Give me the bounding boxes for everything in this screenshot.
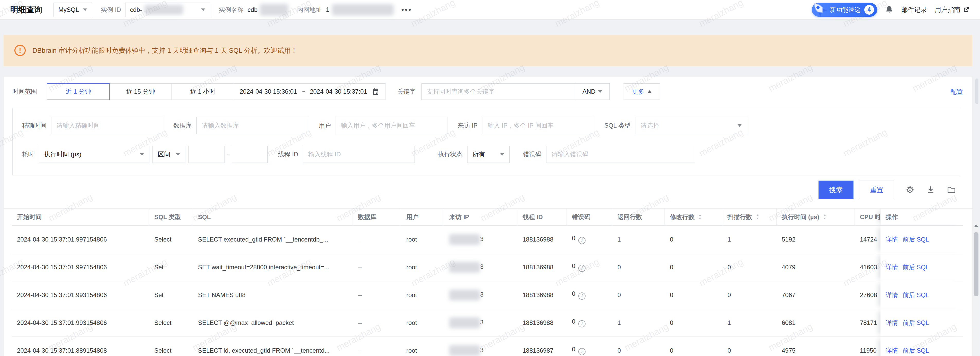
quick-range-1hour[interactable]: 近 1 小时 xyxy=(172,83,234,100)
cell-error-code: 0i xyxy=(567,281,612,309)
sort-icon[interactable] xyxy=(697,214,703,220)
quick-range-1min[interactable]: 近 1 分钟 xyxy=(47,83,110,100)
context-sql-link[interactable]: 前后 SQL xyxy=(903,346,929,355)
config-link[interactable]: 配置 xyxy=(950,88,963,96)
more-options-button[interactable]: ••• xyxy=(401,6,412,14)
keyword-input[interactable] xyxy=(422,84,575,99)
scrollbar-thumb[interactable] xyxy=(974,232,978,296)
sort-icon[interactable] xyxy=(755,214,760,220)
cell-sql-type: Select xyxy=(149,225,193,253)
context-sql-link[interactable]: 前后 SQL xyxy=(903,291,929,299)
info-icon[interactable]: i xyxy=(578,265,585,272)
database-input[interactable] xyxy=(196,117,308,134)
sort-icon[interactable] xyxy=(822,214,827,220)
cell-database: -- xyxy=(353,253,401,281)
table-body: 2024-04-30 15:37:01.997154806 Select SEL… xyxy=(12,225,963,356)
cell-rows-returned: 1 xyxy=(612,309,665,337)
cell-operations: 详情 前后 SQL xyxy=(880,253,963,281)
table-scrollbar[interactable] xyxy=(973,221,980,356)
cell-client-ip: 3 xyxy=(444,281,517,309)
cell-thread-id: 188136988 xyxy=(517,225,567,253)
exact-time-label: 精确时间 xyxy=(22,121,46,129)
cell-user: root xyxy=(401,281,444,309)
redacted-ip xyxy=(449,318,480,328)
info-icon[interactable]: i xyxy=(578,320,585,327)
notifications-bell-icon[interactable] xyxy=(885,5,894,14)
scrollbar-up-arrow[interactable] xyxy=(973,221,980,230)
cost-min-input[interactable] xyxy=(188,146,224,163)
sql-type-select[interactable]: 请选择 xyxy=(635,117,747,134)
client-ip-input[interactable] xyxy=(482,117,594,134)
quick-range-15min[interactable]: 近 15 分钟 xyxy=(109,83,172,100)
col-thread-id: 线程 ID xyxy=(517,209,567,225)
cost-mode-select[interactable]: 区间 xyxy=(153,146,185,163)
download-icon[interactable] xyxy=(926,185,935,195)
detail-link[interactable]: 详情 xyxy=(886,263,898,271)
keyword-operator-select[interactable]: AND xyxy=(575,84,609,99)
thread-id-input[interactable] xyxy=(303,146,415,163)
col-error-code: 错误码 xyxy=(567,209,612,225)
info-icon[interactable]: i xyxy=(578,237,585,244)
chevron-down-icon xyxy=(140,153,144,156)
cost-max-input[interactable] xyxy=(232,146,268,163)
search-button[interactable]: 搜索 xyxy=(819,180,853,199)
instance-id-prefix: cdb- xyxy=(130,6,142,13)
table-row: 2024-04-30 15:37:01.889154808 Select SEL… xyxy=(12,337,963,356)
detail-link[interactable]: 详情 xyxy=(886,346,898,355)
cell-cpu-time: 78171 xyxy=(855,309,880,337)
exec-status-select[interactable]: 所有 xyxy=(467,146,510,163)
info-icon[interactable]: i xyxy=(578,348,585,355)
cell-rows-affected: 0 xyxy=(665,337,722,356)
detail-link[interactable]: 详情 xyxy=(886,291,898,299)
cell-sql: SET wait_timeout=28800,interactive_timeo… xyxy=(193,253,353,281)
cell-start-time: 2024-04-30 15:37:01.993154806 xyxy=(12,309,149,337)
settings-gear-icon[interactable] xyxy=(905,185,915,195)
cell-sql-type: Select xyxy=(149,337,193,356)
new-features-button[interactable]: 新功能速递 4 xyxy=(812,3,877,17)
page-scrollbar-thumb[interactable] xyxy=(975,78,978,104)
cell-rows-scanned: 0 xyxy=(722,337,776,356)
chevron-down-icon xyxy=(176,153,180,156)
error-code-input[interactable] xyxy=(546,146,695,163)
date-from: 2024-04-30 15:36:01 xyxy=(240,88,297,95)
exact-time-input[interactable] xyxy=(51,117,163,134)
context-sql-link[interactable]: 前后 SQL xyxy=(903,319,929,327)
cell-sql-type: Select xyxy=(149,309,193,337)
cell-cpu-time: 11950 xyxy=(855,337,880,356)
chevron-down-icon xyxy=(500,153,504,156)
engine-select[interactable]: MySQL xyxy=(54,3,92,17)
col-rows-scanned[interactable]: 扫描行数 xyxy=(722,209,776,225)
more-filters-button[interactable]: 更多 xyxy=(624,83,660,100)
cell-error-code: 0i xyxy=(567,309,612,337)
cell-rows-affected: 0 xyxy=(665,253,722,281)
col-rows-affected[interactable]: 修改行数 xyxy=(665,209,722,225)
reset-button[interactable]: 重置 xyxy=(859,180,894,199)
cell-rows-affected: 0 xyxy=(665,309,722,337)
info-icon[interactable]: i xyxy=(578,292,585,300)
user-guide-link[interactable]: 用户指南 xyxy=(935,5,970,14)
table-row: 2024-04-30 15:37:01.997154806 Select SEL… xyxy=(12,225,963,253)
cost-metric-select[interactable]: 执行时间 (µs) xyxy=(39,146,150,163)
chevron-down-icon xyxy=(598,90,602,93)
cell-database: -- xyxy=(353,309,401,337)
thread-id-label: 线程 ID xyxy=(278,150,298,158)
folder-icon[interactable] xyxy=(947,185,956,195)
instance-id-select[interactable]: cdb- xyxy=(125,3,210,17)
col-operations: 操作 xyxy=(880,209,963,225)
mail-records-link[interactable]: 邮件记录 xyxy=(901,5,927,14)
date-range-picker[interactable]: 2024-04-30 15:36:01 ~ 2024-04-30 15:37:0… xyxy=(234,83,385,100)
net-addr-value: 1 xyxy=(326,4,393,16)
table-row: 2024-04-30 15:37:01.997154806 Set SET wa… xyxy=(12,253,963,281)
context-sql-link[interactable]: 前后 SQL xyxy=(903,235,929,244)
context-sql-link[interactable]: 前后 SQL xyxy=(903,263,929,271)
detail-link[interactable]: 详情 xyxy=(886,319,898,327)
detail-link[interactable]: 详情 xyxy=(886,235,898,244)
actions-row: 搜索 重置 xyxy=(819,180,956,199)
cell-rows-affected: 0 xyxy=(665,281,722,309)
cell-thread-id: 188136987 xyxy=(517,337,567,356)
calendar-icon xyxy=(372,88,380,96)
cell-rows-affected: 0 xyxy=(665,225,722,253)
col-exec-time[interactable]: 执行时间 (µs) xyxy=(776,209,855,225)
cell-exec-time: 5192 xyxy=(776,225,855,253)
user-input[interactable] xyxy=(336,117,447,134)
